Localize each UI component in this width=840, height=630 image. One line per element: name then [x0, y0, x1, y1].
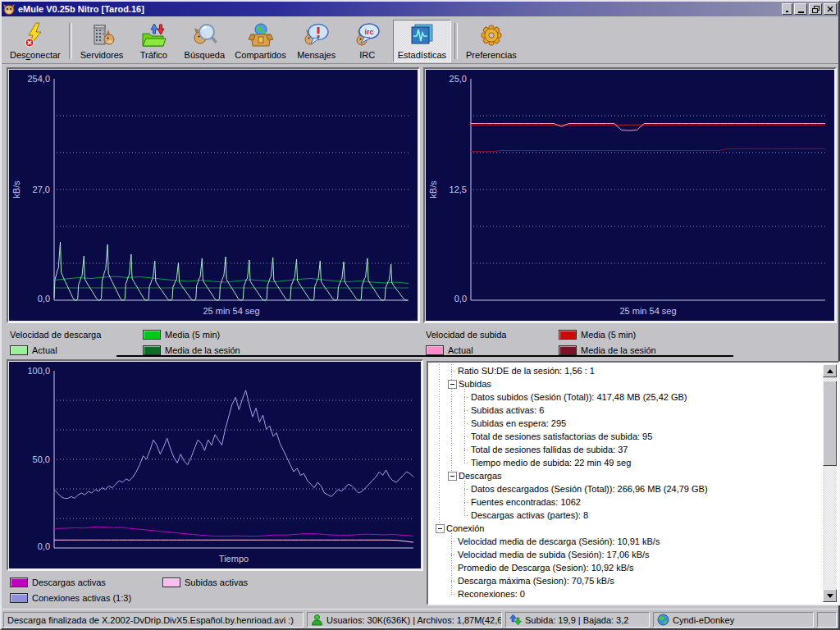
tree-item[interactable]: Descarga máxima (Sesion): 70,75 kB/s	[430, 574, 823, 587]
active-uploads-line	[54, 540, 413, 542]
tree-item-label: Subidas	[457, 379, 493, 389]
tree-item[interactable]: Datos subidos (Sesión (Total)): 417,48 M…	[430, 390, 823, 404]
x-axis-label: 25 min 54 seg	[203, 306, 259, 316]
toolbar-button-messages[interactable]: Mensajes	[291, 20, 342, 62]
tree-item[interactable]: Descargas	[430, 469, 823, 482]
download-speed-chart-panel: 254,027,00,0kB/s25 min 54 seg	[7, 67, 420, 323]
legend-swatch-download-session	[143, 345, 161, 355]
scrollbar-down-button[interactable]	[823, 589, 837, 602]
restore-glyph	[812, 6, 819, 13]
status-panel-empty	[817, 612, 837, 628]
legend-label: Media (5 min)	[165, 330, 220, 340]
toolbar-button-label: Búsqueda	[185, 50, 226, 60]
y-tick-label: 0,0	[38, 541, 50, 551]
toolbar-button-label: Estadísticas	[398, 50, 446, 60]
tree-item[interactable]: Descargas activas (partes): 8	[430, 509, 823, 522]
legend-item: Media (5 min)	[559, 330, 656, 340]
legend-label: Conexiones activas (1:3)	[32, 593, 131, 603]
toolbar-button-label: Compartidos	[235, 50, 285, 60]
tree-item-label: Total de sesiones satisfactorias de subi…	[469, 431, 654, 441]
toolbar-button-irc[interactable]: irc IRC	[342, 20, 393, 62]
tree-item[interactable]: Tiempo medio de subida: 22 min 49 seg	[430, 456, 823, 469]
status-panel-users-files: Usuarios: 30K(636K) | Archivos: 1,87M(42…	[307, 612, 502, 628]
rollup-button[interactable]	[782, 3, 792, 15]
toolbar: Desconectar Servidores	[2, 16, 838, 64]
search-icon	[191, 22, 217, 48]
tree-item-label: Datos descargados (Sesión (Total)): 266,…	[469, 484, 710, 494]
tree-item[interactable]: Subidas activas: 6	[430, 404, 823, 417]
tree-expander-icon[interactable]	[448, 380, 457, 389]
download-speed-chart: 254,027,00,0kB/s25 min 54 seg	[8, 69, 418, 322]
legend-label: Descargas activas	[32, 578, 106, 587]
y-tick-label: 0,0	[454, 294, 467, 304]
disconnect-icon	[22, 22, 48, 48]
download-media-5min-line	[54, 276, 409, 284]
download-legend-title: Velocidad de descarga	[10, 330, 143, 340]
tree-item-label: Datos subidos (Sesión (Total)): 417,48 M…	[469, 392, 689, 402]
restore-button[interactable]	[809, 3, 822, 15]
tree-item[interactable]: Subidas en espera: 295	[430, 417, 823, 430]
arrow-up-icon	[827, 369, 833, 373]
download-legend: Velocidad de descarga Media (5 min) Actu…	[10, 326, 240, 358]
connections-legend: Descargas activas Subidas activas Conexi…	[10, 574, 248, 605]
tree-expander-icon[interactable]	[448, 472, 457, 481]
toolbar-button-statistics[interactable]: Estadísticas	[393, 20, 451, 62]
tree-item[interactable]: Velocidad media de subida (Sesión): 17,0…	[430, 548, 823, 561]
toolbar-button-shared[interactable]: Compartidos	[230, 20, 290, 62]
close-button[interactable]	[824, 3, 837, 15]
tree-item[interactable]: Total de sesiones fallidas de subida: 37	[430, 443, 823, 456]
users-icon	[311, 614, 323, 626]
scrollbar[interactable]	[823, 364, 837, 602]
minimize-button[interactable]	[794, 3, 807, 15]
toolbar-button-servers[interactable]: Servidores	[75, 20, 129, 62]
legend-swatch-upload-actual	[426, 345, 444, 355]
shared-files-icon	[248, 22, 274, 48]
tree-item[interactable]: Ratio SU:DE de la sesión: 1,56 : 1	[430, 364, 823, 377]
close-glyph	[827, 6, 833, 12]
tree-item[interactable]: Promedio de Descarga (Sesion): 10,92 kB/…	[430, 561, 823, 574]
legend-label: Media de la sesión	[165, 345, 240, 355]
tree-item-label: Descargas activas (partes): 8	[469, 510, 590, 520]
tree-item[interactable]: Fuentes encontradas: 1062	[430, 495, 823, 509]
scrollbar-up-button[interactable]	[823, 364, 837, 377]
statistics-page: 254,027,00,0kB/s25 min 54 seg 25,012,50,…	[2, 64, 838, 607]
tree-expander-icon[interactable]	[436, 524, 445, 533]
status-text: Subida: 19,9 | Bajada: 3,2	[525, 615, 628, 625]
status-text: Descarga finalizada de X.2002-DvDrip.Div…	[7, 615, 294, 625]
legend-swatch-upload-session	[559, 345, 577, 355]
legend-item: Descargas activas	[10, 578, 162, 587]
tree-item-label: Subidas en espera: 295	[469, 418, 568, 428]
connections-chart: 100,050,00,0Tiempo	[8, 361, 422, 569]
tree-item-label: Fuentes encontradas: 1062	[469, 497, 582, 507]
tree-item[interactable]: Datos descargados (Sesión (Total)): 266,…	[430, 482, 823, 495]
title-bar[interactable]: eMule V0.25b Nitro [Tarod.16]	[2, 2, 838, 16]
tree-item-label: Descarga máxima (Sesion): 70,75 kB/s	[456, 576, 616, 586]
scrollbar-thumb[interactable]	[823, 381, 837, 466]
tree-item[interactable]: Velocidad media de descarga (Sesión): 10…	[430, 535, 823, 548]
active-connections-line	[54, 390, 413, 499]
toolbar-separator	[69, 23, 72, 59]
updown-icon	[509, 614, 522, 626]
legend-swatch-upload-media5	[559, 330, 577, 340]
tree-item[interactable]: Conexión	[430, 522, 823, 535]
legend-label: Actual	[448, 345, 473, 355]
y-tick-label: 254,0	[27, 74, 50, 84]
legend-divider	[116, 355, 733, 357]
toolbar-button-search[interactable]: Búsqueda	[179, 20, 230, 62]
toolbar-button-label: Preferencias	[466, 50, 517, 60]
tree-item-label: Conexión	[445, 523, 486, 533]
tree-item[interactable]: Reconexiones: 0	[430, 587, 823, 600]
status-text: Usuarios: 30K(636K) | Archivos: 1,87M(42…	[326, 615, 502, 625]
toolbar-button-disconnect[interactable]: Desconectar	[5, 20, 66, 62]
legend-swatch-active-uploads	[162, 578, 180, 587]
tree-item[interactable]: Total de sesiones satisfactorias de subi…	[430, 430, 823, 443]
legend-swatch-active-connections	[10, 593, 28, 603]
y-tick-label: 27,0	[33, 185, 50, 194]
upload-legend: Velocidad de subida Media (5 min) Actual…	[426, 326, 656, 358]
tree-item-label: Promedio de Descarga (Sesion): 10,92 kB/…	[456, 563, 636, 573]
legend-item: Conexiones activas (1:3)	[10, 593, 162, 603]
tree-item[interactable]: Subidas	[430, 377, 823, 390]
toolbar-button-traffic[interactable]: Tráfico	[128, 20, 179, 62]
tree-item-label: Velocidad media de descarga (Sesión): 10…	[456, 536, 661, 546]
toolbar-button-preferences[interactable]: Preferencias	[461, 20, 522, 62]
